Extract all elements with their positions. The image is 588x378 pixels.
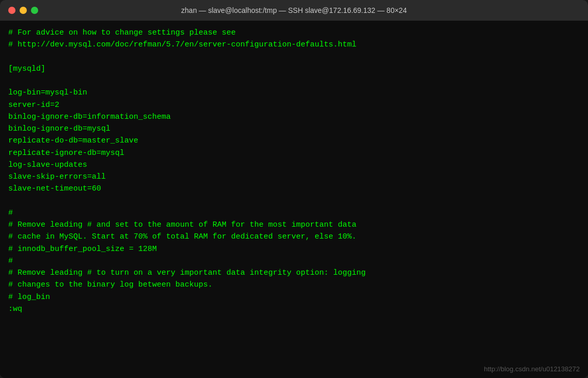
maximize-button[interactable] bbox=[31, 7, 38, 14]
terminal-line: # Remove leading # and set to the amount… bbox=[8, 219, 580, 231]
terminal-line bbox=[8, 195, 580, 207]
terminal-line: slave-skip-errors=all bbox=[8, 171, 580, 183]
title-bar: zhan — slave@localhost:/tmp — SSH slave@… bbox=[0, 0, 588, 21]
terminal-line: server-id=2 bbox=[8, 99, 580, 111]
terminal-line: # http://dev.mysql.com/doc/refman/5.7/en… bbox=[8, 39, 580, 51]
terminal-line: replicate-do-db=master_slave bbox=[8, 135, 580, 147]
traffic-lights bbox=[8, 7, 38, 14]
terminal-line: # Remove leading # to turn on a very imp… bbox=[8, 267, 580, 279]
terminal-line: # cache in MySQL. Start at 70% of total … bbox=[8, 231, 580, 243]
terminal-line: [mysqld] bbox=[8, 63, 580, 75]
terminal-line: # bbox=[8, 255, 580, 267]
minimize-button[interactable] bbox=[20, 7, 27, 14]
terminal-output: # For advice on how to change settings p… bbox=[8, 27, 580, 315]
terminal-content[interactable]: # For advice on how to change settings p… bbox=[0, 21, 588, 378]
terminal-line: log-slave-updates bbox=[8, 159, 580, 171]
terminal-line: binlog-ignore-db=information_schema bbox=[8, 111, 580, 123]
terminal-line: binlog-ignore-db=mysql bbox=[8, 123, 580, 135]
close-button[interactable] bbox=[8, 7, 15, 14]
terminal-line: replicate-ignore-db=mysql bbox=[8, 147, 580, 159]
terminal-window: zhan — slave@localhost:/tmp — SSH slave@… bbox=[0, 0, 588, 378]
terminal-line bbox=[8, 51, 580, 63]
terminal-line: # bbox=[8, 207, 580, 219]
terminal-line: # For advice on how to change settings p… bbox=[8, 27, 580, 39]
window-title: zhan — slave@localhost:/tmp — SSH slave@… bbox=[181, 6, 406, 14]
terminal-line: # log_bin bbox=[8, 291, 580, 303]
terminal-line: # innodb_buffer_pool_size = 128M bbox=[8, 243, 580, 255]
watermark: http://blog.csdn.net/u012138272 bbox=[484, 365, 580, 373]
terminal-line: slave-net-timeout=60 bbox=[8, 183, 580, 195]
terminal-line: log-bin=mysql-bin bbox=[8, 87, 580, 99]
terminal-line bbox=[8, 75, 580, 87]
terminal-line: :wq bbox=[8, 303, 580, 315]
terminal-line: # changes to the binary log between back… bbox=[8, 279, 580, 291]
